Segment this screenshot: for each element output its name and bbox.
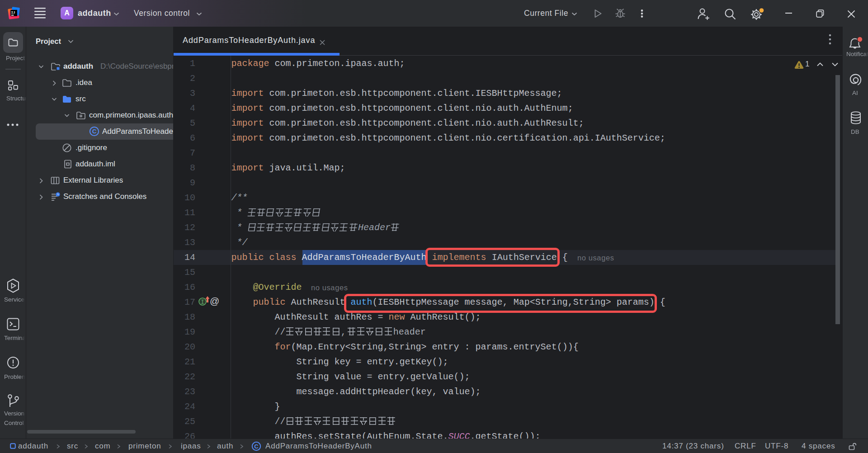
svg-text:C: C [92,128,97,135]
svg-text:C: C [254,443,259,450]
svg-text:IJ: IJ [11,11,15,14]
svg-text:I: I [201,299,204,306]
